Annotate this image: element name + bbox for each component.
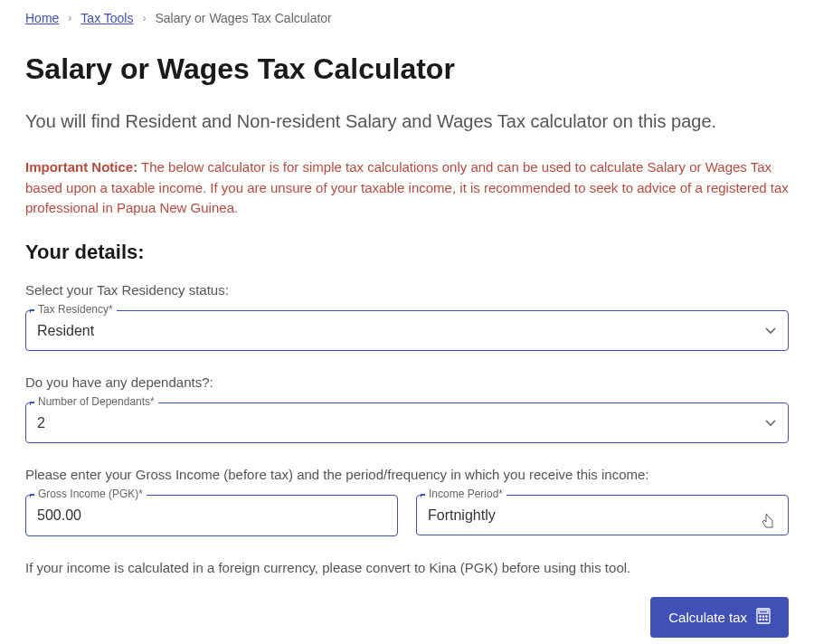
svg-point-4 xyxy=(766,615,767,616)
dependants-description: Do you have any dependants?: xyxy=(25,374,789,390)
income-period-label: Income Period* xyxy=(425,488,506,500)
svg-point-2 xyxy=(760,615,761,616)
chevron-right-icon: › xyxy=(68,12,71,24)
breadcrumb: Home › Tax Tools › Salary or Wages Tax C… xyxy=(25,11,789,25)
dependants-select[interactable]: 2 xyxy=(25,402,789,443)
income-row: ⌐ Gross Income (PGK)* ⌐ Income Period* F… xyxy=(25,495,789,536)
gross-income-input[interactable] xyxy=(25,495,398,536)
notice-label: Important Notice: xyxy=(25,159,137,175)
dependants-field: ⌐ Number of Dependants* 2 xyxy=(25,402,789,443)
income-period-select[interactable]: Fortnightly xyxy=(416,495,789,535)
residency-select[interactable]: Resident xyxy=(25,310,789,351)
svg-rect-1 xyxy=(759,611,768,613)
notice-text: The below calculator is for simple tax c… xyxy=(25,159,789,215)
gross-income-label: Gross Income (PGK)* xyxy=(34,488,147,500)
section-heading: Your details: xyxy=(25,241,789,264)
residency-field: ⌐ Tax Residency* Resident xyxy=(25,310,789,351)
breadcrumb-home[interactable]: Home xyxy=(25,11,59,25)
residency-description: Select your Tax Residency status: xyxy=(25,282,789,298)
calculate-tax-button[interactable]: Calculate tax xyxy=(650,597,789,638)
currency-note: If your income is calculated in a foreig… xyxy=(25,560,789,575)
chevron-right-icon: › xyxy=(142,12,146,24)
page-subtitle: You will find Resident and Non-resident … xyxy=(25,111,789,132)
breadcrumb-tax-tools[interactable]: Tax Tools xyxy=(80,11,133,25)
dependants-label: Number of Dependants* xyxy=(34,395,158,408)
calculate-button-label: Calculate tax xyxy=(668,610,747,625)
residency-label: Tax Residency* xyxy=(34,303,117,316)
breadcrumb-current: Salary or Wages Tax Calculator xyxy=(155,11,331,25)
income-intro: Please enter your Gross Income (before t… xyxy=(25,467,789,482)
svg-point-5 xyxy=(760,619,761,620)
page-title: Salary or Wages Tax Calculator xyxy=(25,52,789,86)
income-period-field: ⌐ Income Period* Fortnightly xyxy=(416,495,789,536)
svg-point-3 xyxy=(762,615,763,616)
svg-point-7 xyxy=(766,619,767,620)
svg-point-6 xyxy=(762,619,763,620)
button-row: Calculate tax xyxy=(25,597,789,638)
important-notice: Important Notice: The below calculator i… xyxy=(25,157,789,219)
gross-income-field: ⌐ Gross Income (PGK)* xyxy=(25,495,398,536)
calculator-icon xyxy=(756,608,771,627)
